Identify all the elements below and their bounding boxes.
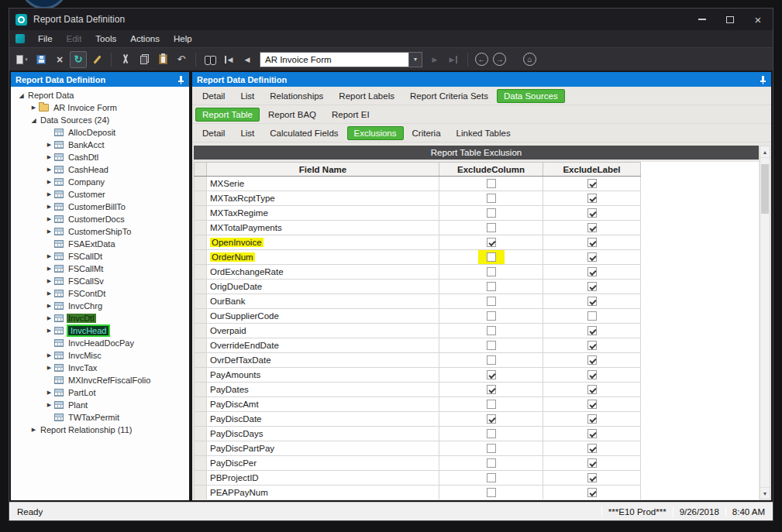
exclude-label-checkbox[interactable] bbox=[587, 488, 597, 497]
row-indicator[interactable] bbox=[195, 324, 207, 338]
collapse-icon[interactable]: ◢ bbox=[16, 92, 26, 99]
expand-icon[interactable]: ▶ bbox=[44, 154, 54, 160]
exclude-label-cell[interactable] bbox=[543, 471, 641, 486]
row-indicator[interactable] bbox=[195, 412, 207, 427]
field-name-cell[interactable]: OpenInvoice bbox=[207, 235, 439, 250]
row-indicator[interactable] bbox=[195, 221, 207, 235]
expand-icon[interactable]: ▶ bbox=[44, 228, 54, 235]
exclude-column-cell[interactable] bbox=[439, 368, 543, 383]
expand-icon[interactable]: ▶ bbox=[44, 253, 54, 259]
expand-icon[interactable]: ▶ bbox=[44, 204, 54, 210]
delete-button[interactable]: × bbox=[51, 51, 68, 68]
field-name-cell[interactable]: OvrDefTaxDate bbox=[207, 353, 439, 368]
exclude-label-checkbox[interactable] bbox=[587, 341, 597, 350]
tree-item-fscontdt[interactable]: ▶FSContDt bbox=[11, 287, 189, 300]
tree-item-plant[interactable]: ▶Plant bbox=[11, 399, 189, 411]
tree-item-fscallmt[interactable]: ▶FSCallMt bbox=[11, 263, 189, 275]
row-indicator[interactable] bbox=[195, 309, 207, 324]
tree-item-fscallsv[interactable]: ▶FSCallSv bbox=[11, 275, 189, 287]
field-name-cell[interactable]: OurSupplierCode bbox=[207, 309, 439, 324]
tree-item-customershipto[interactable]: ▶CustomerShipTo bbox=[11, 225, 189, 238]
tree-item-allocdeposit[interactable]: AllocDeposit bbox=[11, 126, 189, 139]
tree-item-report-relationship-11[interactable]: ▶Report Relationship (11) bbox=[11, 424, 189, 436]
expand-icon[interactable]: ▶ bbox=[44, 266, 54, 272]
exclude-label-checkbox[interactable] bbox=[587, 267, 597, 276]
exclude-column-cell[interactable] bbox=[439, 486, 543, 500]
field-name-cell[interactable]: OrigDueDate bbox=[207, 280, 439, 294]
cut-button[interactable] bbox=[117, 51, 134, 68]
menu-actions[interactable]: Actions bbox=[123, 32, 167, 46]
exclude-column-cell[interactable] bbox=[439, 265, 543, 280]
exclude-label-cell[interactable] bbox=[543, 309, 641, 324]
row-indicator[interactable] bbox=[195, 280, 207, 294]
exclude-column-checkbox[interactable] bbox=[487, 194, 496, 203]
exclude-label-cell[interactable] bbox=[543, 206, 641, 221]
exclude-label-checkbox[interactable] bbox=[587, 194, 597, 203]
exclude-label-cell[interactable] bbox=[543, 250, 641, 265]
exclude-label-cell[interactable] bbox=[543, 235, 641, 250]
tree-item-invctax[interactable]: ▶InvcTax bbox=[11, 362, 189, 374]
combo-dropdown-icon[interactable]: ▼ bbox=[408, 53, 422, 67]
row-indicator[interactable] bbox=[195, 427, 207, 441]
expand-icon[interactable]: ▶ bbox=[44, 278, 54, 284]
expand-icon[interactable]: ▶ bbox=[44, 216, 54, 222]
exclude-column-checkbox[interactable] bbox=[487, 473, 496, 482]
tree-item-customer[interactable]: ▶Customer bbox=[11, 188, 189, 201]
exclude-label-cell[interactable] bbox=[543, 397, 641, 412]
tab-linked-tables[interactable]: Linked Tables bbox=[450, 126, 518, 140]
field-name-cell[interactable]: OrderNum bbox=[207, 250, 439, 265]
exclude-label-checkbox[interactable] bbox=[587, 458, 597, 468]
expand-icon[interactable]: ▶ bbox=[44, 142, 54, 148]
tab-detail[interactable]: Detail bbox=[195, 126, 232, 140]
exclude-column-cell[interactable] bbox=[439, 471, 543, 486]
exclude-label-checkbox[interactable] bbox=[587, 370, 597, 379]
expand-icon[interactable]: ▶ bbox=[29, 427, 39, 433]
exclude-column-cell[interactable] bbox=[439, 235, 543, 250]
refresh-button[interactable]: ↻ bbox=[70, 51, 87, 68]
exclude-column-cell[interactable] bbox=[439, 353, 543, 368]
maximize-button[interactable] bbox=[725, 14, 735, 25]
exclude-label-checkbox[interactable] bbox=[587, 311, 597, 321]
paste-button[interactable] bbox=[154, 51, 171, 68]
expand-icon[interactable]: ▶ bbox=[44, 315, 54, 321]
exclude-label-checkbox[interactable] bbox=[587, 208, 597, 218]
field-name-cell[interactable]: MXSerie bbox=[207, 177, 439, 191]
tab-criteria[interactable]: Criteria bbox=[405, 126, 448, 140]
expand-icon[interactable]: ▶ bbox=[44, 290, 54, 297]
exclude-label-cell[interactable] bbox=[543, 324, 641, 338]
exclude-column-checkbox[interactable] bbox=[487, 223, 496, 232]
tree-item-twtaxpermit[interactable]: TWTaxPermit bbox=[11, 411, 189, 424]
exclude-label-cell[interactable] bbox=[543, 353, 641, 368]
field-name-cell[interactable]: PayDiscPartPay bbox=[207, 441, 439, 456]
tree-item-invcheaddocpay[interactable]: InvcHeadDocPay bbox=[11, 337, 189, 349]
exclude-label-cell[interactable] bbox=[543, 265, 641, 280]
exclude-column-cell[interactable] bbox=[439, 383, 543, 397]
exclude-column-checkbox[interactable] bbox=[487, 488, 496, 497]
menu-file[interactable]: File bbox=[31, 32, 60, 46]
exclude-label-cell[interactable] bbox=[543, 338, 641, 353]
field-name-cell[interactable]: OurBank bbox=[207, 294, 439, 309]
field-name-cell[interactable]: PayDiscAmt bbox=[207, 397, 439, 412]
exclude-column-checkbox[interactable] bbox=[487, 297, 496, 306]
exclude-column-cell[interactable] bbox=[439, 412, 543, 427]
expand-icon[interactable]: ▶ bbox=[44, 352, 54, 359]
tab-list[interactable]: List bbox=[233, 126, 261, 140]
exclude-column-checkbox[interactable] bbox=[487, 267, 496, 276]
field-name-cell[interactable]: PayAmounts bbox=[207, 368, 439, 383]
pin-icon[interactable] bbox=[177, 75, 184, 84]
exclude-label-cell[interactable] bbox=[543, 383, 641, 397]
exclude-column-checkbox[interactable] bbox=[487, 311, 496, 321]
back-button[interactable]: ← bbox=[475, 53, 488, 66]
tree-item-partlot[interactable]: ▶PartLot bbox=[11, 386, 189, 399]
row-indicator[interactable] bbox=[195, 250, 207, 265]
exclude-column-cell[interactable] bbox=[439, 397, 543, 412]
previous-record-button[interactable]: ◀ bbox=[239, 51, 256, 68]
tree-item-report-data[interactable]: ◢Report Data bbox=[11, 89, 189, 101]
row-indicator[interactable] bbox=[195, 294, 207, 309]
field-name-cell[interactable]: Overpaid bbox=[207, 324, 439, 338]
tree-item-invcchrg[interactable]: ▶InvcChrg bbox=[11, 300, 189, 312]
tree-item-ar-invoice-form[interactable]: ▶AR Invoice Form bbox=[11, 101, 189, 114]
row-indicator[interactable] bbox=[195, 471, 207, 486]
tree-item-invcmisc[interactable]: ▶InvcMisc bbox=[11, 349, 189, 362]
exclude-column-cell[interactable] bbox=[439, 250, 543, 265]
